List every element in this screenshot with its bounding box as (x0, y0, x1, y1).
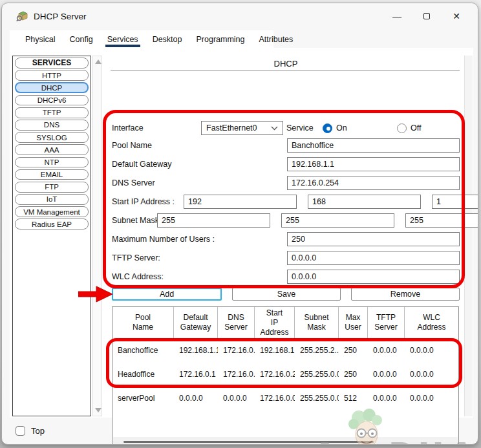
col-tftp-server: TFTP Server (368, 307, 405, 338)
subnet-octet-1[interactable] (157, 213, 270, 228)
interface-value: FastEthernet0 (206, 123, 257, 133)
default-gateway-input[interactable] (287, 157, 460, 171)
sidebar-item-dns[interactable]: DNS (15, 120, 89, 131)
tab-desktop[interactable]: Desktop (145, 30, 189, 48)
top-checkbox-label: Top (31, 426, 45, 436)
maximize-icon (423, 13, 430, 19)
action-buttons: Add Save Remove (112, 288, 460, 301)
chevron-down-icon (271, 126, 278, 131)
tftp-server-input[interactable] (287, 251, 460, 265)
sidebar-item-dhcpv6[interactable]: DHCPv6 (15, 95, 89, 106)
maximize-button[interactable] (412, 5, 442, 27)
table-row-serverpool[interactable]: serverPool 0.0.0.0 0.0.0.0 172.16.0.0 25… (112, 386, 458, 410)
tab-services[interactable]: Services (100, 30, 145, 48)
packet-tracer-app-icon (16, 10, 28, 22)
col-max-user: Max User (339, 307, 368, 338)
dns-server-label: DNS Server (112, 178, 155, 187)
col-default-gateway: Default Gateway (174, 307, 218, 338)
services-panel: SERVICES HTTP DHCP DHCPv6 TFTP DNS SYSLO… (10, 48, 473, 418)
scroll-up-icon[interactable] (95, 59, 102, 64)
pool-name-label: Pool Name (112, 141, 152, 150)
tab-programming[interactable]: Programming (189, 30, 251, 48)
dhcp-heading: DHCP (112, 59, 460, 69)
table-row-banchoffice[interactable]: Banchoffice 192.168.1.1 172.16.0.... 192… (112, 338, 458, 362)
tab-attributes[interactable]: Attributes (252, 30, 301, 48)
sidebar-item-ftp[interactable]: FTP (15, 182, 89, 193)
sidebar-item-syslog[interactable]: SYSLOG (15, 132, 89, 143)
sidebar-item-tftp[interactable]: TFTP (15, 107, 89, 118)
wlc-address-input[interactable] (287, 270, 460, 284)
minimize-icon: — (392, 11, 401, 21)
service-on-radio[interactable] (323, 123, 332, 133)
dhcp-server-window: DHCP Server — ✕ Physical Config Services… (1, 3, 478, 445)
tftp-server-label: TFTP Server: (112, 253, 160, 262)
col-wlc-address: WLC Address (405, 307, 458, 338)
service-label: Service (286, 123, 314, 133)
table-header-row: Pool Name Default Gateway DNS Server Sta… (112, 307, 458, 338)
remove-button[interactable]: Remove (351, 288, 460, 301)
sidebar-item-http[interactable]: HTTP (15, 70, 89, 81)
sidebar-item-aaa[interactable]: AAA (15, 144, 89, 155)
start-ip-octet-2[interactable] (308, 195, 421, 209)
panel-scrollbar[interactable] (464, 56, 473, 416)
sidebar-item-vm-management[interactable]: VM Management (15, 206, 89, 217)
window-title: DHCP Server (34, 12, 87, 21)
save-button[interactable]: Save (232, 288, 341, 301)
start-ip-octet-3[interactable] (432, 195, 478, 209)
close-button[interactable]: ✕ (442, 5, 471, 27)
start-ip-label: Start IP Address : (112, 197, 175, 206)
sidebar-item-iot[interactable]: IoT (15, 194, 89, 205)
sidebar-item-dhcp[interactable]: DHCP (15, 82, 89, 93)
col-dns-server: DNS Server (218, 307, 255, 338)
col-start-ip: Start IP Address (255, 307, 295, 338)
sidebar-scrollbar[interactable] (92, 56, 102, 416)
tab-bar: Physical Config Services Desktop Program… (10, 30, 273, 48)
title-bar: DHCP Server — ✕ (2, 3, 478, 29)
service-off-radio[interactable] (397, 123, 407, 133)
add-button[interactable]: Add (112, 288, 222, 301)
dns-server-input[interactable] (287, 176, 460, 190)
active-tab-underline (105, 45, 140, 47)
table-row-headoffice[interactable]: Headoffice 172.16.0.1 172.16.0.... 172.1… (112, 362, 458, 386)
col-pool-name: Pool Name (112, 307, 174, 338)
tab-physical[interactable]: Physical (18, 30, 63, 48)
max-users-input[interactable] (287, 232, 460, 246)
scroll-down-icon[interactable] (95, 408, 102, 412)
services-header: SERVICES (15, 58, 89, 69)
subnet-mask-label: Subnet Mask: (112, 216, 161, 225)
minimize-button[interactable]: — (382, 5, 412, 27)
heading-separator (111, 70, 460, 71)
col-subnet-mask: Subnet Mask (295, 307, 339, 338)
sidebar-item-radius-eap[interactable]: Radius EAP (15, 219, 89, 229)
footer-bar: Top (2, 417, 478, 444)
max-users-label: Maximum Number of Users : (112, 235, 215, 244)
start-ip-octet-1[interactable] (184, 195, 297, 209)
close-icon: ✕ (453, 11, 460, 21)
top-checkbox[interactable] (16, 426, 25, 436)
tab-config[interactable]: Config (63, 30, 100, 48)
default-gateway-label: Default Gateway (112, 160, 171, 169)
wlc-address-label: WLC Address: (112, 272, 164, 281)
interface-label: Interface (112, 123, 144, 133)
services-sidebar: SERVICES HTTP DHCP DHCPv6 TFTP DNS SYSLO… (12, 56, 91, 416)
interface-select[interactable]: FastEthernet0 (201, 121, 283, 135)
subnet-octet-3[interactable] (405, 213, 478, 228)
pool-name-input[interactable] (287, 138, 460, 153)
service-off-label: Off (411, 123, 421, 133)
subnet-octet-2[interactable] (281, 213, 394, 228)
sidebar-item-ntp[interactable]: NTP (15, 157, 89, 168)
sidebar-item-email[interactable]: EMAIL (15, 169, 89, 180)
service-on-label: On (336, 123, 347, 133)
